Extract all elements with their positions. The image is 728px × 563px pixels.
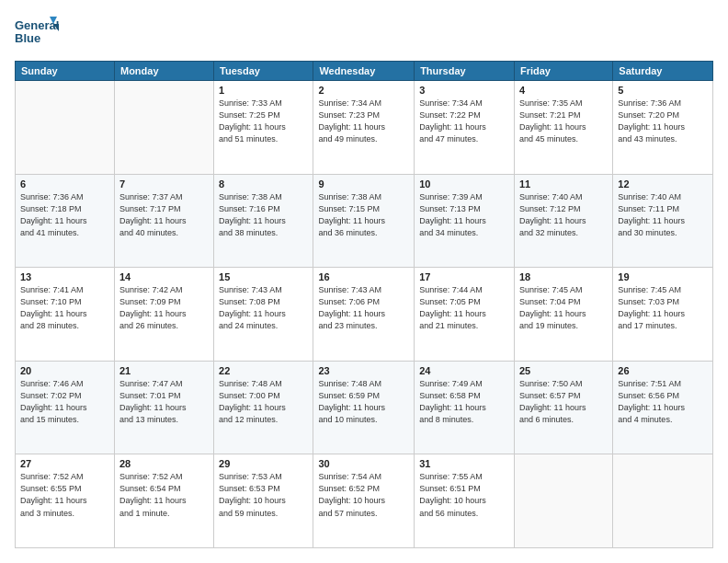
calendar-cell: 15Sunrise: 7:43 AM Sunset: 7:08 PM Dayli… bbox=[214, 268, 313, 362]
day-number: 11 bbox=[519, 178, 608, 190]
day-number: 1 bbox=[219, 85, 308, 96]
day-info: Sunrise: 7:37 AM Sunset: 7:17 PM Dayligh… bbox=[119, 191, 209, 239]
day-info: Sunrise: 7:52 AM Sunset: 6:55 PM Dayligh… bbox=[20, 471, 109, 519]
day-number: 6 bbox=[20, 178, 109, 190]
calendar-cell: 3Sunrise: 7:34 AM Sunset: 7:22 PM Daylig… bbox=[415, 81, 515, 175]
day-info: Sunrise: 7:54 AM Sunset: 6:52 PM Dayligh… bbox=[318, 471, 409, 519]
day-info: Sunrise: 7:50 AM Sunset: 6:57 PM Dayligh… bbox=[519, 378, 608, 426]
day-info: Sunrise: 7:38 AM Sunset: 7:15 PM Dayligh… bbox=[318, 191, 409, 239]
week-row-2: 6Sunrise: 7:36 AM Sunset: 7:18 PM Daylig… bbox=[16, 174, 713, 268]
calendar-cell: 2Sunrise: 7:34 AM Sunset: 7:23 PM Daylig… bbox=[313, 81, 415, 175]
day-number: 24 bbox=[419, 365, 509, 376]
day-info: Sunrise: 7:53 AM Sunset: 6:53 PM Dayligh… bbox=[219, 471, 308, 519]
header: GeneralBlue bbox=[15, 15, 713, 52]
day-info: Sunrise: 7:51 AM Sunset: 6:56 PM Dayligh… bbox=[618, 378, 708, 426]
calendar-cell: 10Sunrise: 7:39 AM Sunset: 7:13 PM Dayli… bbox=[415, 174, 515, 268]
week-row-1: 1Sunrise: 7:33 AM Sunset: 7:25 PM Daylig… bbox=[16, 81, 713, 175]
day-info: Sunrise: 7:48 AM Sunset: 7:00 PM Dayligh… bbox=[219, 378, 308, 426]
week-row-4: 20Sunrise: 7:46 AM Sunset: 7:02 PM Dayli… bbox=[16, 361, 713, 454]
calendar-cell: 8Sunrise: 7:38 AM Sunset: 7:16 PM Daylig… bbox=[214, 174, 313, 268]
calendar-cell: 13Sunrise: 7:41 AM Sunset: 7:10 PM Dayli… bbox=[16, 268, 115, 362]
day-number: 21 bbox=[119, 365, 209, 376]
calendar-cell: 23Sunrise: 7:48 AM Sunset: 6:59 PM Dayli… bbox=[313, 361, 415, 454]
day-number: 18 bbox=[519, 271, 608, 282]
weekday-header-row: SundayMondayTuesdayWednesdayThursdayFrid… bbox=[16, 62, 713, 81]
day-number: 12 bbox=[618, 178, 708, 190]
calendar-body: 1Sunrise: 7:33 AM Sunset: 7:25 PM Daylig… bbox=[16, 81, 713, 548]
day-number: 23 bbox=[318, 365, 409, 376]
day-number: 7 bbox=[119, 178, 209, 190]
weekday-header-friday: Friday bbox=[514, 62, 612, 81]
day-info: Sunrise: 7:36 AM Sunset: 7:20 PM Dayligh… bbox=[618, 98, 708, 145]
day-number: 31 bbox=[419, 458, 509, 469]
calendar-cell bbox=[114, 81, 213, 175]
day-info: Sunrise: 7:42 AM Sunset: 7:09 PM Dayligh… bbox=[119, 284, 209, 332]
day-number: 25 bbox=[519, 365, 608, 376]
calendar-cell bbox=[16, 81, 115, 175]
logo: GeneralBlue bbox=[15, 15, 61, 52]
day-info: Sunrise: 7:48 AM Sunset: 6:59 PM Dayligh… bbox=[318, 378, 409, 426]
day-number: 17 bbox=[419, 271, 509, 282]
day-info: Sunrise: 7:33 AM Sunset: 7:25 PM Dayligh… bbox=[219, 98, 308, 145]
day-number: 19 bbox=[618, 271, 708, 282]
day-info: Sunrise: 7:45 AM Sunset: 7:03 PM Dayligh… bbox=[618, 284, 708, 332]
calendar-cell: 9Sunrise: 7:38 AM Sunset: 7:15 PM Daylig… bbox=[313, 174, 415, 268]
day-info: Sunrise: 7:47 AM Sunset: 7:01 PM Dayligh… bbox=[119, 378, 209, 426]
day-info: Sunrise: 7:49 AM Sunset: 6:58 PM Dayligh… bbox=[419, 378, 509, 426]
weekday-header-sunday: Sunday bbox=[16, 62, 115, 81]
day-info: Sunrise: 7:35 AM Sunset: 7:21 PM Dayligh… bbox=[519, 98, 608, 145]
svg-text:Blue: Blue bbox=[15, 31, 40, 45]
day-info: Sunrise: 7:40 AM Sunset: 7:11 PM Dayligh… bbox=[618, 191, 708, 239]
day-info: Sunrise: 7:45 AM Sunset: 7:04 PM Dayligh… bbox=[519, 284, 608, 332]
calendar-cell: 26Sunrise: 7:51 AM Sunset: 6:56 PM Dayli… bbox=[613, 361, 713, 454]
day-number: 14 bbox=[119, 271, 209, 282]
calendar-cell: 5Sunrise: 7:36 AM Sunset: 7:20 PM Daylig… bbox=[613, 81, 713, 175]
day-info: Sunrise: 7:34 AM Sunset: 7:23 PM Dayligh… bbox=[318, 98, 409, 145]
day-number: 9 bbox=[318, 178, 409, 190]
day-info: Sunrise: 7:44 AM Sunset: 7:05 PM Dayligh… bbox=[419, 284, 509, 332]
calendar-cell: 12Sunrise: 7:40 AM Sunset: 7:11 PM Dayli… bbox=[613, 174, 713, 268]
day-number: 2 bbox=[318, 85, 409, 96]
day-info: Sunrise: 7:34 AM Sunset: 7:22 PM Dayligh… bbox=[419, 98, 509, 145]
weekday-header-saturday: Saturday bbox=[613, 62, 713, 81]
calendar-cell: 24Sunrise: 7:49 AM Sunset: 6:58 PM Dayli… bbox=[415, 361, 515, 454]
weekday-header-wednesday: Wednesday bbox=[313, 62, 415, 81]
day-info: Sunrise: 7:40 AM Sunset: 7:12 PM Dayligh… bbox=[519, 191, 608, 239]
day-number: 13 bbox=[20, 271, 109, 282]
calendar-cell: 27Sunrise: 7:52 AM Sunset: 6:55 PM Dayli… bbox=[16, 454, 115, 548]
calendar-cell: 14Sunrise: 7:42 AM Sunset: 7:09 PM Dayli… bbox=[114, 268, 213, 362]
calendar-cell: 6Sunrise: 7:36 AM Sunset: 7:18 PM Daylig… bbox=[16, 174, 115, 268]
day-number: 29 bbox=[219, 458, 308, 469]
day-number: 16 bbox=[318, 271, 409, 282]
calendar-cell: 30Sunrise: 7:54 AM Sunset: 6:52 PM Dayli… bbox=[313, 454, 415, 548]
calendar-cell: 29Sunrise: 7:53 AM Sunset: 6:53 PM Dayli… bbox=[214, 454, 313, 548]
calendar-cell: 18Sunrise: 7:45 AM Sunset: 7:04 PM Dayli… bbox=[514, 268, 612, 362]
day-number: 20 bbox=[20, 365, 109, 376]
calendar-cell: 7Sunrise: 7:37 AM Sunset: 7:17 PM Daylig… bbox=[114, 174, 213, 268]
day-info: Sunrise: 7:52 AM Sunset: 6:54 PM Dayligh… bbox=[119, 471, 209, 519]
day-info: Sunrise: 7:41 AM Sunset: 7:10 PM Dayligh… bbox=[20, 284, 109, 332]
calendar-cell: 31Sunrise: 7:55 AM Sunset: 6:51 PM Dayli… bbox=[415, 454, 515, 548]
day-number: 8 bbox=[219, 178, 308, 190]
day-info: Sunrise: 7:36 AM Sunset: 7:18 PM Dayligh… bbox=[20, 191, 109, 239]
calendar-cell: 22Sunrise: 7:48 AM Sunset: 7:00 PM Dayli… bbox=[214, 361, 313, 454]
calendar-cell bbox=[514, 454, 612, 548]
calendar-cell: 21Sunrise: 7:47 AM Sunset: 7:01 PM Dayli… bbox=[114, 361, 213, 454]
day-info: Sunrise: 7:43 AM Sunset: 7:08 PM Dayligh… bbox=[219, 284, 308, 332]
weekday-header-thursday: Thursday bbox=[415, 62, 515, 81]
calendar-table: SundayMondayTuesdayWednesdayThursdayFrid… bbox=[15, 61, 713, 548]
weekday-header-monday: Monday bbox=[114, 62, 213, 81]
day-number: 15 bbox=[219, 271, 308, 282]
calendar-cell: 20Sunrise: 7:46 AM Sunset: 7:02 PM Dayli… bbox=[16, 361, 115, 454]
day-info: Sunrise: 7:39 AM Sunset: 7:13 PM Dayligh… bbox=[419, 191, 509, 239]
day-info: Sunrise: 7:43 AM Sunset: 7:06 PM Dayligh… bbox=[318, 284, 409, 332]
day-number: 10 bbox=[419, 178, 509, 190]
calendar-cell bbox=[613, 454, 713, 548]
calendar-cell: 11Sunrise: 7:40 AM Sunset: 7:12 PM Dayli… bbox=[514, 174, 612, 268]
calendar-cell: 16Sunrise: 7:43 AM Sunset: 7:06 PM Dayli… bbox=[313, 268, 415, 362]
day-number: 30 bbox=[318, 458, 409, 469]
day-number: 22 bbox=[219, 365, 308, 376]
calendar-cell: 25Sunrise: 7:50 AM Sunset: 6:57 PM Dayli… bbox=[514, 361, 612, 454]
day-number: 5 bbox=[618, 85, 708, 96]
calendar-cell: 4Sunrise: 7:35 AM Sunset: 7:21 PM Daylig… bbox=[514, 81, 612, 175]
